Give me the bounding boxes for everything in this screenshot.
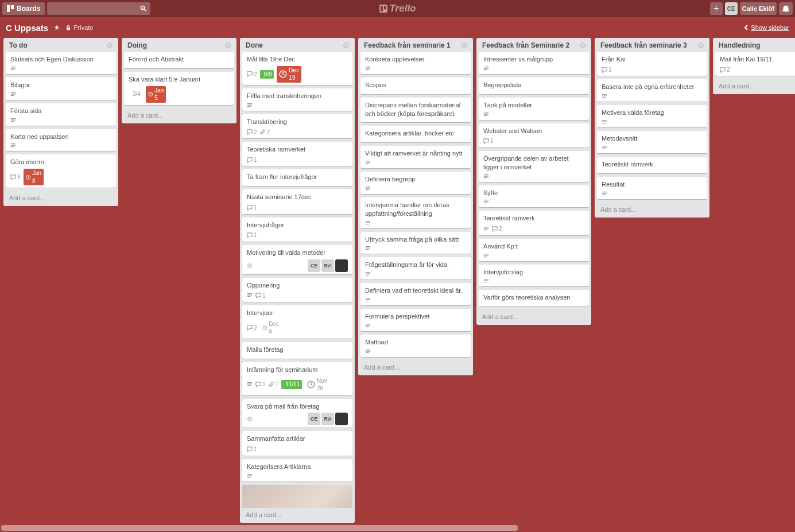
card[interactable]: Teoretiskt ramverk <box>597 157 707 173</box>
card-badges: 2 <box>483 225 584 233</box>
add-card-button[interactable]: Add a card... <box>358 360 473 375</box>
card[interactable]: Opponering1 <box>242 278 352 302</box>
add-button[interactable]: + <box>710 2 723 15</box>
card[interactable]: Definiera begrepp <box>360 172 471 194</box>
card[interactable]: Metodavsnitt <box>597 131 707 153</box>
card[interactable]: Bilagor <box>6 77 116 100</box>
user-avatar[interactable]: CE <box>725 2 738 15</box>
comments-badge: 1 <box>255 292 266 300</box>
card[interactable]: Svara på mail från företagCERA <box>242 399 352 428</box>
card[interactable] <box>242 485 352 508</box>
card[interactable]: Varför görs teoretiska analysen <box>479 290 589 306</box>
card[interactable]: Viktigt att ramverket är nånting nytt <box>360 146 471 168</box>
card[interactable]: Konkreta upplevelser <box>360 52 471 74</box>
member-avatar[interactable]: RA <box>321 259 334 272</box>
search-input[interactable] <box>47 2 150 15</box>
member-avatar[interactable]: CE <box>308 413 320 425</box>
card[interactable]: Göra imorrn3Jan 8 <box>6 154 116 188</box>
add-card-button[interactable]: Add a card... <box>240 508 355 523</box>
card[interactable]: Första sida <box>6 103 116 126</box>
card[interactable]: Förord och Abstrakt <box>124 52 234 68</box>
list-header[interactable]: Doing <box>122 38 236 52</box>
card-title: Nästa seminarie 17dec <box>247 193 348 201</box>
member-avatar[interactable] <box>335 259 348 272</box>
card[interactable]: Ska vara klart 5:e Januari3/4Jan 5 <box>124 72 234 105</box>
list-header[interactable]: Feedback från seminarie 3 <box>595 38 709 52</box>
list-menu-button[interactable] <box>579 41 587 49</box>
add-card-button[interactable]: Add a card... <box>3 191 118 206</box>
list-menu-button[interactable] <box>106 41 114 49</box>
card[interactable]: Tänk på modeller <box>479 98 589 120</box>
card[interactable]: Teoretiskt ramverk2 <box>479 211 589 235</box>
board-canvas[interactable]: To doSlutsats och Egen DiskussionBilagor… <box>0 38 795 526</box>
card[interactable]: Intervjuförslag <box>479 265 589 287</box>
horizontal-scrollbar[interactable] <box>1 525 518 531</box>
user-menu[interactable]: Calle Eklöf <box>740 2 777 15</box>
show-sidebar-button[interactable]: Show sidebar <box>743 24 789 31</box>
card[interactable]: Formulera perspektivet <box>360 309 471 331</box>
description-badge <box>365 220 371 226</box>
card-badges: 1 <box>247 445 348 453</box>
card[interactable]: Inlämning för seminarium1111/11Nov 28 <box>242 362 352 395</box>
card[interactable]: Begreppslista <box>479 77 589 94</box>
card[interactable]: Syfte <box>479 185 589 208</box>
card[interactable]: Motivering till valda metoderCERA <box>242 245 352 274</box>
add-card-button[interactable]: Add a card... <box>476 310 591 325</box>
list-header[interactable]: Feedback från seminarie 1 <box>358 38 473 52</box>
card[interactable]: Kategorisera Artiklarna <box>242 459 352 481</box>
add-card-button[interactable]: Add a card... <box>122 108 236 123</box>
card[interactable]: Intervjuerna handlar om deras uppfattnin… <box>360 197 471 228</box>
add-card-button[interactable]: Add a card... <box>713 79 795 94</box>
card[interactable]: Nästa seminarie 17dec1 <box>242 189 352 213</box>
card[interactable]: Ta fram fler intervjufrågor <box>242 169 352 186</box>
list-header[interactable]: To do <box>3 38 118 52</box>
card[interactable]: Uttryck samma fråga på olika sätt <box>360 232 471 254</box>
list-menu-button[interactable] <box>342 41 350 49</box>
card[interactable]: Maila företag <box>242 342 352 359</box>
card[interactable]: Korta ned uppsatsen <box>6 129 116 152</box>
card[interactable]: Motivera valda företag <box>597 105 707 127</box>
boards-button[interactable]: Boards <box>2 2 45 15</box>
card[interactable]: Mättnad <box>360 335 471 357</box>
card[interactable]: Definiera vad ett teoretiskt ideal är. <box>360 283 471 305</box>
add-card-button[interactable]: Add a card... <box>595 203 709 218</box>
card[interactable]: Frågeställningarna är för vida. <box>360 257 471 279</box>
card[interactable]: Basera inte på egna erfarenheter <box>597 79 707 102</box>
card[interactable]: Använd Kp:t <box>479 239 589 261</box>
card[interactable]: Teoretiska ramverket1 <box>242 142 352 166</box>
member-avatar[interactable]: CE <box>308 259 320 272</box>
privacy-button[interactable]: Private <box>65 24 93 31</box>
card[interactable]: Övergripande delen av arbetet ligger i r… <box>479 151 589 182</box>
card[interactable]: Slutsats och Egen Diskussion <box>6 52 116 74</box>
card[interactable]: Scopus <box>360 77 471 94</box>
star-button[interactable] <box>54 25 60 30</box>
list-menu-button[interactable] <box>224 41 232 49</box>
notifications-button[interactable] <box>779 2 793 15</box>
card[interactable]: Kategorisera artiklar, böcker etc <box>360 126 471 142</box>
card[interactable]: Fiffla med transkriberingen <box>242 88 352 111</box>
card[interactable]: Sammanfatta artiklar1 <box>242 431 352 455</box>
member-avatar[interactable]: RA <box>321 413 334 425</box>
card[interactable]: Från Kai1 <box>597 52 707 76</box>
list-header[interactable]: Done <box>240 38 355 52</box>
member-avatar[interactable] <box>335 413 348 425</box>
card-badges: 29/9Dec 19 <box>247 66 348 83</box>
card[interactable]: Intressenter vs målgrupp <box>479 52 589 74</box>
card[interactable]: Resultat <box>597 177 707 199</box>
list-menu-button[interactable] <box>460 41 468 49</box>
board-name[interactable]: C Uppsats <box>6 23 48 33</box>
trello-logo[interactable]: Trello <box>379 3 416 14</box>
card[interactable]: Transkribering22 <box>242 114 352 138</box>
card[interactable]: Intervjuer2Dec 9 <box>242 305 352 339</box>
card[interactable]: Mål tills 19:e Dec29/9Dec 19 <box>242 52 352 85</box>
card[interactable]: Mail från Kai 19/112 <box>715 52 795 76</box>
card[interactable]: Webster and Watson1 <box>479 123 589 147</box>
card[interactable]: Intervjufrågor1 <box>242 218 352 242</box>
list-title: Handledning <box>719 41 761 49</box>
list-header[interactable]: Feedback från Seminarie 2 <box>476 38 591 52</box>
card-title: Fiffla med transkriberingen <box>247 92 348 100</box>
card[interactable]: Discrepans mellan forskarmaterial och bö… <box>360 98 471 123</box>
list-menu-button[interactable] <box>697 41 705 49</box>
list-header[interactable]: Handledning <box>713 38 795 52</box>
description-badge <box>247 293 253 298</box>
